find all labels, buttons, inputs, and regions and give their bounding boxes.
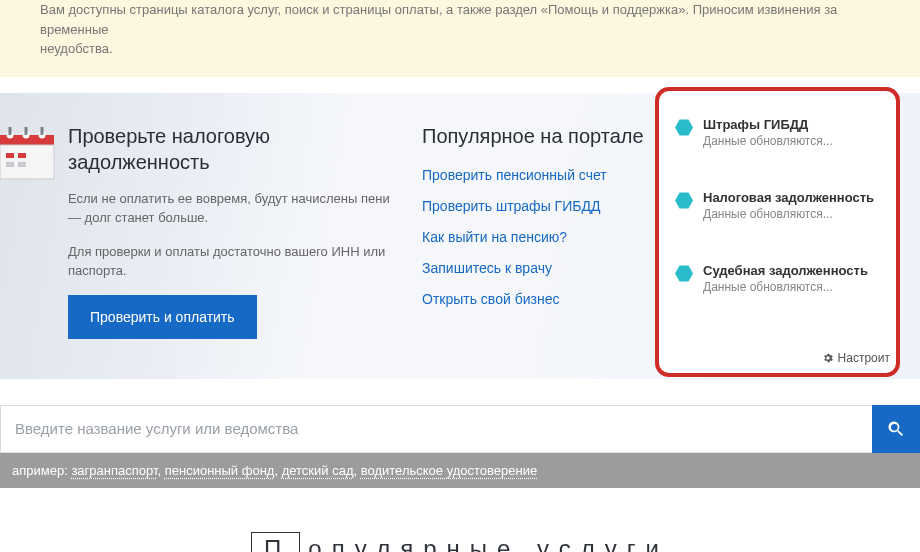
svg-rect-9 [18,153,26,158]
example-link-kindergarten[interactable]: детский сад [282,463,354,478]
tax-debt-block: Проверьте налоговую задолженность Если н… [68,123,418,339]
notice-text-line2: неудобства. [40,41,113,56]
popular-link-doctor[interactable]: Запишитесь к врачу [422,260,658,276]
search-examples: апример: загранпаспорт, пенсионный фонд,… [0,453,920,488]
popular-link-pension-account[interactable]: Проверить пенсионный счет [422,167,658,183]
decorative-letter-box: П [251,532,300,553]
hex-icon [675,265,693,283]
informer-sub: Данные обновляются... [703,134,833,148]
search-icon [886,419,906,439]
informer-title: Штрафы ГИБДД [703,117,833,132]
hex-icon [675,119,693,137]
popular-link-gibdd-fines[interactable]: Проверить штрафы ГИБДД [422,198,658,214]
informer-item-gibdd[interactable]: Штрафы ГИБДД Данные обновляются... [675,117,882,148]
example-link-drivers-license[interactable]: водительское удостоверение [361,463,537,478]
popular-link-retirement[interactable]: Как выйти на пенсию? [422,229,658,245]
check-and-pay-button[interactable]: Проверить и оплатить [68,295,257,339]
gear-icon [822,352,834,364]
informer-settings-label: Настроит [838,351,890,365]
svg-rect-10 [6,162,14,167]
tax-debt-heading: Проверьте налоговую задолженность [68,123,398,175]
popular-heading: Популярное на портале [422,123,658,149]
hero-section: Проверьте налоговую задолженность Если н… [0,93,920,379]
popular-on-portal-block: Популярное на портале Проверить пенсионн… [418,123,658,339]
informer-item-tax[interactable]: Налоговая задолженность Данные обновляют… [675,190,882,221]
informer-settings-link[interactable]: Настроит [822,351,890,365]
example-link-pension-fund[interactable]: пенсионный фонд [165,463,275,478]
examples-prefix: апример: [12,463,71,478]
svg-rect-5 [25,127,28,135]
tax-debt-desc1: Если не оплатить ее вовремя, будут начис… [68,189,398,228]
notice-text-line1: Вам доступны страницы каталога услуг, по… [40,2,837,37]
tax-debt-desc2: Для проверки и оплаты достаточно вашего … [68,242,398,281]
informer-title: Судебная задолженность [703,263,868,278]
popular-link-business[interactable]: Открыть свой бизнес [422,291,658,307]
informer-item-court[interactable]: Судебная задолженность Данные обновляютс… [675,263,882,294]
svg-rect-11 [18,162,26,167]
calendar-icon [0,127,60,339]
informer-sub: Данные обновляются... [703,207,874,221]
informer-sub: Данные обновляются... [703,280,868,294]
search-section: апример: загранпаспорт, пенсионный фонд,… [0,405,920,488]
search-button[interactable] [872,405,920,453]
svg-rect-8 [6,153,14,158]
informer-title: Налоговая задолженность [703,190,874,205]
popular-services-heading: Популярные услуги [0,532,920,553]
svg-rect-3 [9,127,12,135]
example-link-passport[interactable]: загранпаспорт [71,463,157,478]
svg-rect-7 [41,127,44,135]
search-input[interactable] [0,405,872,453]
hex-icon [675,192,693,210]
informer-panel: Штрафы ГИБДД Данные обновляются... Налог… [655,87,900,377]
maintenance-notice: Вам доступны страницы каталога услуг, по… [0,0,920,77]
